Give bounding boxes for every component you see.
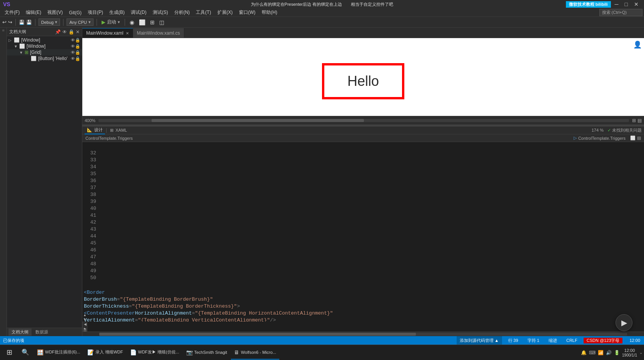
undo-icon[interactable]: ↩ — [2, 19, 7, 25]
toolbar-btn-3[interactable]: ⊞ — [148, 19, 156, 25]
taskbar-item-2[interactable]: 📝 录入 增殖WDF — [84, 346, 126, 360]
close-button[interactable]: ✕ — [632, 1, 641, 7]
tab-mainwindow-cs[interactable]: MainWindow.xaml.cs — [133, 28, 184, 38]
tray-icon-1[interactable]: 🔔 — [581, 350, 587, 355]
tab-mainwindow-xaml[interactable]: MainWindow.xaml ✕ — [82, 28, 133, 38]
right-arrow-1[interactable]: ◀ — [84, 322, 87, 326]
zoom-display: 174 % — [592, 128, 604, 132]
menu-extensions[interactable]: 扩展(X) — [214, 8, 236, 17]
tree-icon-lock-window[interactable]: 🔒 — [75, 44, 80, 49]
xaml-toggle-btn[interactable]: ⊞ XAML — [108, 127, 129, 134]
tree-icon-eye-grid[interactable]: 👁 — [71, 50, 75, 55]
tree-icon-eye-window[interactable]: 👁 — [71, 44, 75, 49]
toolbar-sep-3 — [63, 19, 63, 26]
menu-build[interactable]: 生成(B) — [106, 8, 128, 17]
profile-icon[interactable]: 👤 — [633, 40, 642, 49]
vscroll-up-icon[interactable]: ▲ — [83, 313, 87, 317]
panel-icon-1[interactable]: ⬜ — [630, 136, 636, 141]
hscroll-thumb — [99, 333, 416, 336]
menu-tools[interactable]: 工具(T) — [193, 8, 214, 17]
tree-item-window-root[interactable]: ▷ ⬜ [Window] 👁 🔒 — [7, 37, 82, 43]
tree-item-grid[interactable]: ▼ ⊞ [Grid] 👁 🔒 — [7, 49, 82, 55]
taskbar-start-btn[interactable]: ⊞ — [2, 346, 17, 360]
network-icon[interactable]: 📶 — [598, 350, 604, 355]
taskbar-item-3[interactable]: 📄 WDF发▶ 增殖(仿佐... — [127, 346, 182, 360]
menu-help[interactable]: 帮助(H) — [259, 8, 280, 17]
menu-window[interactable]: 窗口(W) — [236, 8, 259, 17]
panel-icon-2[interactable]: ▤ — [637, 136, 641, 141]
sidebar-pin-icon[interactable]: 📌 — [55, 29, 61, 35]
toolbar-btn-4[interactable]: ◫ — [158, 19, 166, 25]
code-editor[interactable]: 32 33 34 35 36 37 38 39 40 41 42 43 44 4… — [82, 142, 644, 332]
tree-item-button[interactable]: ⬜ [Button] 'Hello' 👁 🔒 — [7, 55, 82, 62]
sidebar-close-icon[interactable]: ✕ — [76, 29, 80, 35]
tree-icon-eye-root[interactable]: 👁 — [71, 38, 75, 42]
code-lines[interactable]: <Border BorderBrush="{TemplateBinding Bo… — [82, 288, 644, 321]
status-col: 字符 1 — [524, 338, 542, 343]
cpu-dropdown-icon[interactable]: ▾ — [88, 20, 91, 25]
minimize-button[interactable]: ─ — [612, 1, 621, 7]
title-left: VS — [3, 1, 10, 7]
grid-view-icon[interactable]: ⊞ — [632, 118, 636, 123]
menu-git[interactable]: Git(G) — [66, 9, 85, 16]
sidebar-lock-icon[interactable]: 🔒 — [68, 29, 74, 35]
taskbar-item-5[interactable]: 🖥 Wolfson6 - Micro... — [231, 346, 279, 360]
design-icon: 📐 — [87, 127, 92, 132]
save-all-icon[interactable]: 💾 — [26, 20, 32, 25]
tab-document-outline[interactable]: 文档大纲 — [8, 328, 32, 336]
taskbar-item-1[interactable]: 🪟 WDF批注插排(6)... — [34, 346, 83, 360]
toolbar-sep-4 — [97, 19, 97, 26]
debug-config[interactable]: Debug ▾ — [38, 18, 60, 26]
start-button[interactable]: ▶ 启动 ▾ — [100, 19, 122, 25]
play-float-button[interactable]: ▶ — [616, 314, 632, 331]
tree-icon-grid: ⊞ — [25, 50, 28, 55]
left-panel-edge: ≡ — [0, 28, 7, 336]
horizontal-scrollbar-code[interactable] — [82, 332, 644, 336]
tab-data-source[interactable]: 数据源 — [32, 328, 51, 336]
taskbar-icon-1: 🪟 — [37, 349, 43, 355]
design-toggle-btn[interactable]: 📐 设计 — [85, 126, 105, 134]
menu-project[interactable]: 项目(P) — [85, 8, 106, 17]
horizontal-scrollbar[interactable] — [98, 119, 629, 122]
toolbar-btn-2[interactable]: ⬜ — [137, 19, 147, 25]
tree-icon-eye-button[interactable]: 👁 — [71, 56, 75, 61]
volume-icon[interactable]: 🔊 — [606, 350, 612, 355]
main-container: ≡ 文档大纲 📌 👁 🔒 ✕ ▷ ⬜ [Window] 👁 🔒 — [0, 28, 644, 336]
sidebar-header-icons: 📌 👁 🔒 ✕ — [55, 29, 80, 35]
tree-icon-window-root: ⬜ — [14, 37, 20, 43]
taskbar-search[interactable]: 🔍 — [18, 346, 33, 360]
tree-icon-lock-grid[interactable]: 🔒 — [75, 50, 80, 55]
toolbar-btn-1[interactable]: ◉ — [128, 19, 136, 25]
debug-label: Debug — [41, 20, 53, 25]
tree-icon-lock-button[interactable]: 🔒 — [75, 56, 80, 61]
menu-edit[interactable]: 编辑(E) — [23, 8, 44, 17]
add-to-source[interactable]: 添加到源代码管理 ▲ — [457, 336, 502, 345]
tree-icon-lock-root[interactable]: 🔒 — [75, 38, 80, 43]
hello-button-preview: Hello — [322, 63, 404, 99]
tab-close-xaml[interactable]: ✕ — [126, 31, 129, 35]
maximize-button[interactable]: □ — [622, 1, 630, 7]
tray-icon-2[interactable]: ⌨ — [589, 350, 596, 355]
tray-expand-icon[interactable]: ⌄ — [639, 350, 642, 355]
vscroll-down-icon[interactable]: ▼ — [83, 318, 87, 321]
search-box[interactable]: 搜索 (Ctrl+Q) — [599, 9, 642, 16]
save-icon[interactable]: 💾 — [19, 20, 25, 25]
menu-view[interactable]: 视图(V) — [44, 8, 66, 17]
vscroll-thumb[interactable] — [83, 329, 87, 332]
menu-debug[interactable]: 调试(D) — [128, 8, 150, 17]
menu-file[interactable]: 文件(F) — [2, 8, 23, 17]
battery-icon[interactable]: 🔋 — [614, 350, 620, 355]
sidebar-title: 文档大纲 — [9, 29, 26, 35]
cpu-config[interactable]: Any CPU ▾ — [67, 18, 93, 26]
redo-icon[interactable]: ↪ — [8, 19, 12, 25]
taskbar-icon-4: 📷 — [186, 349, 193, 355]
tree-item-window[interactable]: ▼ ⬜ [Window] 👁 🔒 — [7, 43, 82, 49]
breadcrumb-toggle-icons[interactable]: ⬜ ▤ — [630, 136, 641, 141]
code-line-36: VerticalAlignment="{TemplateBinding Vert… — [84, 317, 644, 321]
debug-dropdown-icon[interactable]: ▾ — [55, 20, 57, 25]
sidebar-show-all-icon[interactable]: 👁 — [62, 29, 67, 35]
menu-test[interactable]: 测试(S) — [150, 8, 171, 17]
menu-analyze[interactable]: 分析(N) — [171, 8, 193, 17]
panel-view-icon[interactable]: ▤ — [637, 118, 642, 123]
taskbar-item-4[interactable]: 📷 TechSmith Snagit — [183, 346, 230, 360]
